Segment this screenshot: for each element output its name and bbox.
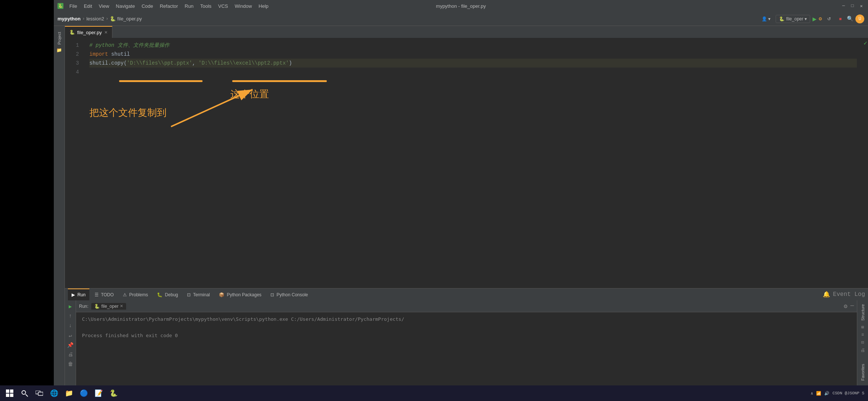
breadcrumb-sep-1: › [82,16,85,22]
bottom-tab-todo[interactable]: ☰ TODO [91,288,118,300]
taskbar-chrome[interactable]: 🔵 [78,387,90,399]
menu-refactor[interactable]: Refactor [157,3,181,10]
bottom-tab-debug[interactable]: 🐛 Debug [153,288,182,300]
favorites-label[interactable]: Favorites [861,362,865,382]
menu-file[interactable]: File [66,3,80,10]
menu-edit[interactable]: Edit [81,3,95,10]
run-collapse-icon[interactable]: ─ [850,303,854,310]
run-output-line-2 [82,323,851,332]
taskbar-search[interactable] [19,387,30,399]
sidebar-project-label[interactable]: Project [57,29,62,48]
bottom-tab-problems[interactable]: ⚠ Problems [119,288,152,300]
folder-icon[interactable]: 📁 [56,48,62,53]
bottom-tab-run[interactable]: ▶ Run [68,288,89,300]
event-log-label[interactable]: Event Log [833,291,865,298]
bottom-tab-python-packages[interactable]: 📦 📦 Python PackagesPython Packages [215,288,265,300]
taskbar-tray[interactable]: ∧ [811,391,813,396]
stop-button[interactable]: ■ [836,15,845,23]
breadcrumb-project[interactable]: mypython [57,16,80,22]
breadcrumb-folder[interactable]: lession2 [86,16,104,22]
close-button[interactable]: ✕ [858,3,864,9]
windows-taskbar: 🌐 📁 🔵 📝 🐍 ∧ 📶 🔊 CSDN @JSONP S [0,385,868,401]
run-wrap-button[interactable]: ↵ [67,332,74,339]
run-sub-header: Run: 🐍 file_oper ✕ ⚙ ─ [76,300,857,312]
run-output: C:\Users\Administrator\PycharmProjects\m… [76,312,857,392]
svg-rect-4 [6,394,9,397]
structure-icon-1[interactable]: ⊞ [861,325,864,330]
run-delete-button[interactable]: 🗑 [67,361,74,368]
coverage-button[interactable]: ↺ [824,15,834,23]
tab-close-button[interactable]: ✕ [104,30,108,35]
menu-tools[interactable]: Tools [197,3,214,10]
bottom-tab-right: 🔔 Event Log [823,291,865,298]
minimize-button[interactable]: ─ [841,3,846,9]
svg-rect-3 [10,389,13,393]
taskbar-right: ∧ 📶 🔊 CSDN @JSONP S [811,391,864,396]
menu-vcs[interactable]: VCS [215,3,231,10]
run-pin-button[interactable]: 📌 [67,341,74,349]
run-down-button[interactable]: ↓ [67,322,74,329]
title-bar-left: 🐍 File Edit View Navigate Code Refactor … [57,3,272,10]
structure-icon-4[interactable]: 🖨 [861,348,865,353]
code-line-2: import shutil [89,50,857,59]
run-up-button[interactable]: ↑ [67,312,74,320]
run-label: Run: [79,304,88,309]
editor-tab-file-oper[interactable]: 🐍 file_oper.py ✕ [65,26,112,38]
run-settings-icon[interactable]: ⚙ [844,303,848,310]
menu-help[interactable]: Help [256,3,272,10]
breadcrumb-sep-2: › [106,16,109,22]
nav-bar: mypython › lession2 › 🐍 file_oper.py 👤 ▾… [54,12,868,26]
account-button[interactable]: 👤 ▾ [759,15,773,23]
run-file-tab[interactable]: 🐍 file_oper ✕ [91,303,126,310]
user-avatar[interactable]: U [855,14,864,23]
bottom-panel: ▶ Run ☰ TODO ⚠ Problems 🐛 Debug ⊡ Termin… [65,288,868,392]
tab-label: file_oper.py [77,30,102,35]
menu-view[interactable]: View [96,3,112,10]
code-line-1: # python 文件、文件夹批量操作 [89,41,857,50]
bottom-tab-python-console[interactable]: ⊡ Python Console [267,288,312,300]
code-content[interactable]: # python 文件、文件夹批量操作 import shutil shutil… [83,38,863,288]
code-arg1: 'D:\\files\\ppt.pptx' [127,59,192,68]
breadcrumb-file[interactable]: 🐍 file_oper.py [110,16,142,22]
run-config-arrow: ▾ [805,16,807,22]
code-shutil-copy: shutil.copy( [89,59,127,68]
code-module-shutil: shutil [108,50,130,59]
breadcrumb: mypython › lession2 › 🐍 file_oper.py [57,16,759,22]
checkmark-icon: ✓ [864,39,867,288]
structure-label[interactable]: Structure [861,303,865,322]
taskbar-explorer[interactable]: 📁 [63,387,75,399]
taskbar-unknown[interactable]: 📝 [93,387,105,399]
svg-rect-9 [38,392,43,395]
annotation-area: 把这个文件复制到 这个位置 [89,76,857,151]
maximize-button[interactable]: □ [849,3,855,9]
run-print-button[interactable]: 🖨 [67,351,74,358]
run-button[interactable]: ▶ [812,15,816,23]
run-output-container: Run: 🐍 file_oper ✕ ⚙ ─ [76,300,857,392]
run-config-dropdown[interactable]: 🐍 file_oper ▾ [776,15,810,23]
code-editor[interactable]: 1 2 3 4 # python 文件、文件夹批量操作 import shuti… [65,38,868,288]
run-config-name: file_oper [786,16,803,22]
taskbar-edge[interactable]: 🌐 [48,387,60,399]
taskbar-taskview[interactable] [33,387,45,399]
annotation-left-text: 把这个文件复制到 [89,106,167,119]
search-button[interactable]: 🔍 [847,16,853,22]
svg-rect-5 [10,394,13,397]
menu-run[interactable]: Run [182,3,197,10]
toolbar-right: 👤 ▾ 🐍 file_oper ▾ ▶ ⚙ ↺ ■ 🔍 U [759,14,864,23]
start-button[interactable] [4,387,16,399]
bottom-tab-bar: ▶ Run ☰ TODO ⚠ Problems 🐛 Debug ⊡ Termin… [65,288,868,300]
run-file-name: file_oper [101,304,118,309]
debug-button[interactable]: ⚙ [819,16,822,22]
taskbar-wifi[interactable]: 📶 [816,391,821,396]
structure-icon-3[interactable]: ⊡ [861,340,864,345]
menu-window[interactable]: Window [232,3,255,10]
run-play-button[interactable]: ▶ [67,303,74,310]
bottom-tab-terminal[interactable]: ⊡ Terminal [183,288,214,300]
menu-code[interactable]: Code [139,3,156,10]
taskbar-pycharm[interactable]: 🐍 [108,387,119,399]
taskbar-sound[interactable]: 🔊 [824,391,829,396]
structure-icon-2[interactable]: ≡ [861,332,864,338]
run-tab-close[interactable]: ✕ [120,304,123,309]
menu-navigate[interactable]: Navigate [113,3,138,10]
event-log-link[interactable]: 🔔 [823,291,830,298]
